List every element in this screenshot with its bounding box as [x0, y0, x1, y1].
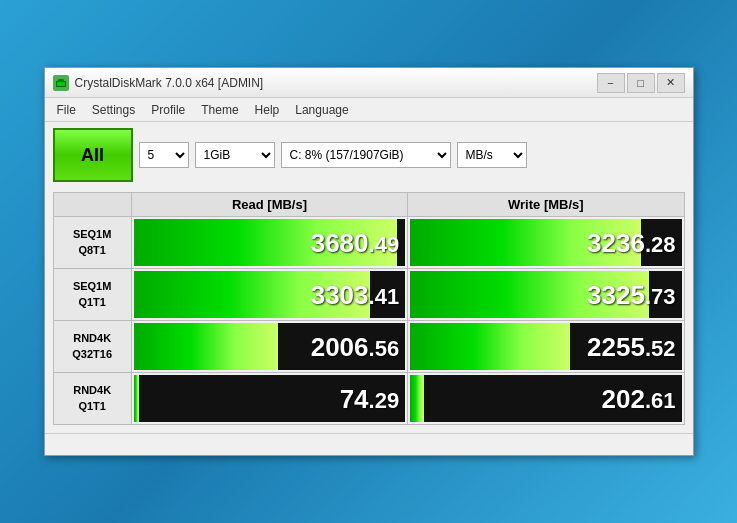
size-select[interactable]: 1GiB	[195, 142, 275, 168]
main-window: CrystalDiskMark 7.0.0 x64 [ADMIN] − □ ✕ …	[44, 67, 694, 456]
menu-profile[interactable]: Profile	[143, 100, 193, 120]
table-row: RND4KQ1T174.29202.61	[53, 373, 684, 425]
status-bar	[45, 433, 693, 455]
table-row: SEQ1MQ8T13680.493236.28	[53, 217, 684, 269]
title-bar: CrystalDiskMark 7.0.0 x64 [ADMIN] − □ ✕	[45, 68, 693, 98]
write-value-0: 3236.28	[587, 227, 675, 258]
count-select[interactable]: 5	[139, 142, 189, 168]
write-bar-2	[410, 323, 570, 370]
app-icon	[53, 75, 69, 91]
all-button[interactable]: All	[53, 128, 133, 182]
close-button[interactable]: ✕	[657, 73, 685, 93]
read-bar-3	[134, 375, 139, 422]
read-value-3: 74.29	[340, 383, 400, 414]
col-header-write: Write [MB/s]	[408, 193, 684, 217]
benchmark-area: Read [MB/s] Write [MB/s] SEQ1MQ8T13680.4…	[45, 188, 693, 433]
menu-file[interactable]: File	[49, 100, 84, 120]
menu-language[interactable]: Language	[287, 100, 356, 120]
write-value-3: 202.61	[602, 383, 676, 414]
svg-rect-2	[57, 82, 65, 86]
toolbar: All 5 1GiB C: 8% (157/1907GiB) MB/s	[45, 122, 693, 188]
drive-select[interactable]: C: 8% (157/1907GiB)	[281, 142, 451, 168]
row-label-3: RND4KQ1T1	[53, 373, 131, 425]
window-title: CrystalDiskMark 7.0.0 x64 [ADMIN]	[75, 76, 597, 90]
read-value-1: 3303.41	[311, 279, 399, 310]
write-value-2: 2255.52	[587, 331, 675, 362]
svg-rect-1	[58, 79, 64, 82]
table-row: RND4KQ32T162006.562255.52	[53, 321, 684, 373]
menu-help[interactable]: Help	[247, 100, 288, 120]
window-controls: − □ ✕	[597, 73, 685, 93]
maximize-button[interactable]: □	[627, 73, 655, 93]
menu-theme[interactable]: Theme	[193, 100, 246, 120]
row-label-0: SEQ1MQ8T1	[53, 217, 131, 269]
benchmark-table: Read [MB/s] Write [MB/s] SEQ1MQ8T13680.4…	[53, 192, 685, 425]
menu-bar: File Settings Profile Theme Help Languag…	[45, 98, 693, 122]
write-bar-3	[410, 375, 424, 422]
write-cell-0: 3236.28	[408, 217, 684, 269]
row-label-1: SEQ1MQ1T1	[53, 269, 131, 321]
read-value-2: 2006.56	[311, 331, 399, 362]
read-bar-2	[134, 323, 278, 370]
read-cell-1: 3303.41	[131, 269, 407, 321]
write-cell-1: 3325.73	[408, 269, 684, 321]
row-label-2: RND4KQ32T16	[53, 321, 131, 373]
unit-select[interactable]: MB/s	[457, 142, 527, 168]
read-cell-2: 2006.56	[131, 321, 407, 373]
col-header-label	[53, 193, 131, 217]
menu-settings[interactable]: Settings	[84, 100, 143, 120]
col-header-read: Read [MB/s]	[131, 193, 407, 217]
read-cell-3: 74.29	[131, 373, 407, 425]
read-cell-0: 3680.49	[131, 217, 407, 269]
write-cell-3: 202.61	[408, 373, 684, 425]
minimize-button[interactable]: −	[597, 73, 625, 93]
table-row: SEQ1MQ1T13303.413325.73	[53, 269, 684, 321]
read-value-0: 3680.49	[311, 227, 399, 258]
write-value-1: 3325.73	[587, 279, 675, 310]
write-cell-2: 2255.52	[408, 321, 684, 373]
